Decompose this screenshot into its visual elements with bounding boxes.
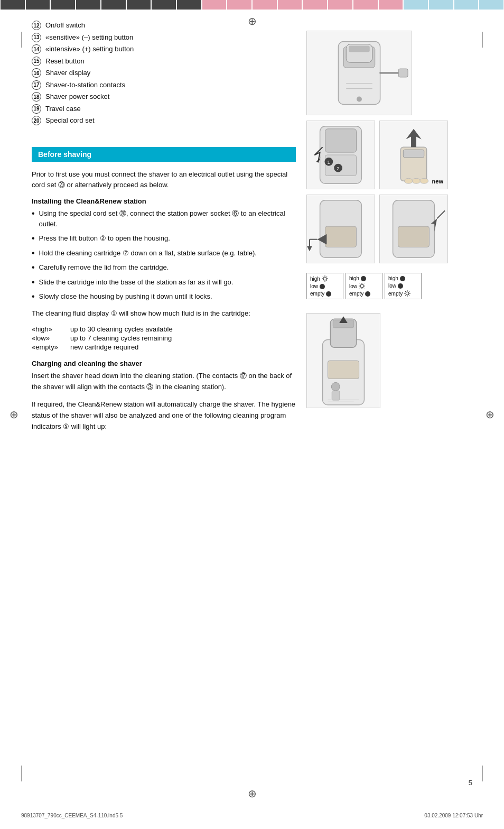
svg-text:2: 2 [337,165,339,171]
sun-icon [359,283,365,289]
svg-point-21 [420,178,428,183]
strip-segment [353,0,378,10]
fluid-indicator-box: highlowempty [385,273,422,299]
svg-line-39 [326,280,327,281]
item-text: Special cord set [45,115,95,126]
fluid-value: up to 7 cleaning cycles remaining [70,334,172,342]
fi-label: low [349,283,357,289]
installing-bullets: •Using the special cord set ⑳, connect t… [32,208,296,302]
item-number: 20 [32,116,41,125]
bullet-dot: • [32,291,35,301]
list-item: 20Special cord set [32,115,296,126]
fluid-indicator-box: highlowempty [346,273,382,299]
fi-label: high [349,275,359,281]
fluid-indicator-row: high [388,275,405,281]
svg-line-58 [409,291,409,292]
svg-line-47 [360,284,360,284]
numbered-items-list: 12On/off switch13«sensitive» (–) setting… [32,20,296,126]
svg-rect-5 [398,69,408,77]
svg-point-8 [357,97,362,102]
list-item: 15Reset button [32,56,296,67]
installing-section: Installing the Clean&Renew station •Usin… [32,197,296,302]
strip-segment [328,0,352,10]
bullet-text: Carefully remove the lid from the cartri… [39,262,169,273]
fluid-indicator-row: low [349,283,365,289]
bullet-dot: • [32,248,35,258]
item-number: 14 [32,44,41,54]
strip-segment [76,0,100,10]
item-text: Shaver power socket [45,91,109,102]
new-label: new [432,178,443,185]
fluid-row: «high»up to 30 cleaning cycles available [32,325,296,333]
strip-segment [379,0,403,10]
item-text: Shaver display [45,68,90,78]
svg-line-41 [323,280,323,281]
list-item: 18Shaver power socket [32,91,296,102]
charging-heading: Charging and cleaning the shaver [32,360,296,367]
fluid-key: «empty» [32,343,66,351]
page-number: 5 [469,779,472,787]
margin-mark-tl [21,32,22,48]
item-text: «intensive» (+) setting button [45,44,134,54]
filled-circle-icon [361,276,366,281]
footer-right: 03.02.2009 12:07:53 Uhr [424,813,483,818]
top-color-strip [0,0,504,10]
filled-circle-icon [365,291,370,297]
crosshair-left: ⊕ [10,409,18,420]
svg-rect-30 [398,226,429,247]
item-number: 19 [32,104,41,114]
image-station-open: 1 2 [306,121,375,189]
installing-heading: Installing the Clean&Renew station [32,197,296,205]
fluid-table: «high»up to 30 cleaning cycles available… [32,325,296,351]
filled-circle-icon [320,284,325,289]
strip-segment [202,0,227,10]
list-item: •Hold the cleaning cartridge ⑦ down on a… [32,248,296,259]
image-shaver-insert [306,313,380,408]
svg-marker-22 [406,129,422,147]
bullet-text: Press the lift button ② to open the hous… [39,233,170,244]
strip-segment [127,0,151,10]
intro-text: Prior to first use you must connect the … [32,169,296,191]
svg-marker-28 [307,246,312,251]
strip-segment [429,0,453,10]
bullet-text: Hold the cleaning cartridge ⑦ down on a … [39,248,257,259]
strip-segment [278,0,302,10]
fluid-indicator-row: low [388,283,403,289]
strip-segment [479,0,503,10]
margin-mark-br [482,766,483,781]
fluid-key: «low» [32,334,66,342]
list-item: •Carefully remove the lid from the cartr… [32,262,296,273]
strip-segment [1,0,25,10]
charging-section: Charging and cleaning the shaver Insert … [32,360,296,432]
fluid-indicator-row: empty [349,291,370,297]
item-text: Reset button [45,56,85,67]
strip-segment [152,0,176,10]
image-shaver-station-top [306,31,412,115]
crosshair-bottom: ⊕ [248,788,257,799]
image-row-bottom [306,195,483,263]
svg-line-56 [405,291,406,292]
list-item: 16Shaver display [32,68,296,78]
fluid-indicator-row: high [349,275,366,281]
fi-label: low [310,283,318,289]
svg-point-42 [360,284,363,288]
strip-segment [26,0,50,10]
bullet-dot: • [32,277,35,287]
footer-left: 98913707_790cc_CEEMEA_S4-110.ind5 5 [21,813,123,818]
fluid-row: «empty»new cartridge required [32,343,296,351]
image-cartridge-insert1 [306,195,375,263]
svg-rect-66 [332,391,340,400]
margin-mark-bl [21,766,22,781]
svg-line-57 [409,295,409,296]
fluid-row: «low»up to 7 cleaning cycles remaining [32,334,296,342]
strip-segment [253,0,277,10]
filled-circle-icon [398,283,403,289]
image-cartridge-insert2 [379,195,448,263]
svg-line-59 [405,295,406,296]
strip-segment [454,0,479,10]
bullet-dot: • [32,208,35,218]
list-item: •Using the special cord set ⑳, connect t… [32,208,296,229]
fi-label: low [388,283,396,289]
svg-point-65 [331,382,340,391]
item-number: 15 [32,57,41,66]
